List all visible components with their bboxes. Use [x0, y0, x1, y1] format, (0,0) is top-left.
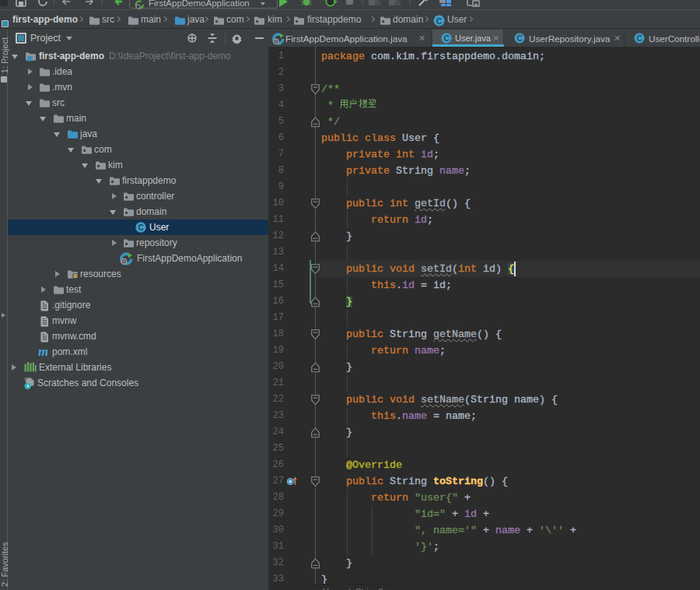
svg-text:C: C: [138, 223, 143, 232]
svg-text:C: C: [636, 34, 642, 43]
svg-text:C: C: [443, 34, 449, 43]
svg-text:C: C: [516, 34, 522, 43]
svg-text:C: C: [436, 16, 443, 26]
